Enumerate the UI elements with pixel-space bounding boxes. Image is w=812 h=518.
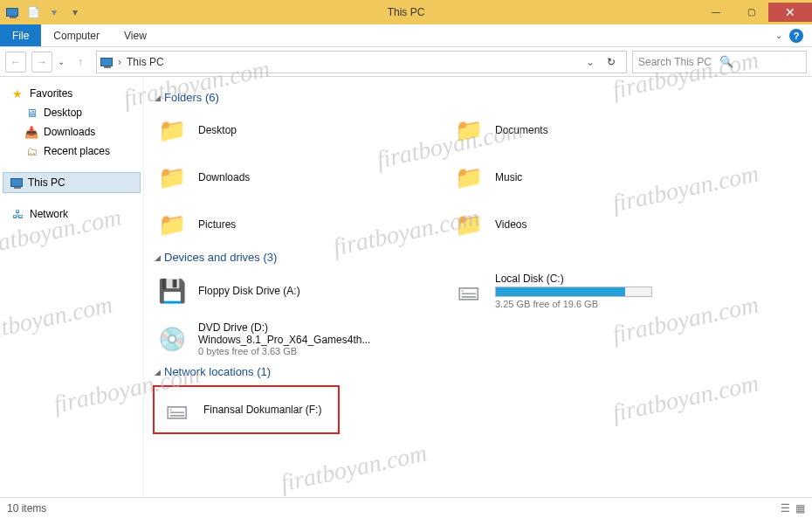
sidebar-item-label: This PC	[28, 176, 65, 189]
group-header-label: Folders (6)	[164, 91, 219, 104]
group-header-network[interactable]: ◢ Network locations (1)	[155, 365, 805, 378]
sidebar-item-recent[interactable]: 🗂 Recent places	[3, 142, 140, 161]
sidebar-item-thispc[interactable]: This PC	[3, 173, 140, 192]
tile-label: Videos	[495, 218, 526, 231]
sidebar-item-label: Network	[30, 208, 68, 220]
folder-icon: 📁	[451, 160, 486, 195]
view-tiles-button[interactable]: ▦	[795, 502, 805, 515]
content-pane: ◢ Folders (6) 📁 Desktop 📁 Documents 📁 Do…	[144, 77, 812, 496]
maximize-button[interactable]: ▢	[733, 3, 768, 22]
address-dropdown-icon[interactable]: ⌄	[586, 56, 595, 68]
status-count: 10 items	[7, 502, 46, 515]
recent-icon: 🗂	[24, 144, 38, 158]
floppy-icon: 💾	[155, 273, 189, 308]
collapse-icon: ◢	[155, 368, 161, 376]
nav-recent-icon[interactable]: ⌄	[58, 57, 65, 66]
sidebar-item-label: Desktop	[44, 107, 82, 119]
titlebar: 📄 ▾ ▾ This PC — ▢ ✕	[0, 0, 812, 24]
chevron-right-icon: ›	[118, 56, 121, 68]
tab-file[interactable]: File	[0, 24, 41, 46]
address-location: This PC	[127, 56, 164, 68]
sidebar-favorites-label: Favorites	[30, 87, 72, 100]
tile-label: Floppy Disk Drive (A:)	[198, 285, 300, 297]
tab-computer[interactable]: Computer	[41, 24, 112, 46]
sidebar-item-downloads[interactable]: 📥 Downloads	[3, 122, 140, 142]
harddisk-icon: 🖴	[451, 273, 486, 308]
group-header-label: Devices and drives (3)	[164, 251, 277, 264]
group-header-label: Network locations (1)	[164, 365, 271, 378]
folder-tile-desktop[interactable]: 📁 Desktop	[155, 113, 416, 148]
network-tile-finansal[interactable]: 🖴 Finansal Dokumanlar (F:)	[155, 387, 338, 432]
downloads-icon: 📥	[24, 125, 38, 139]
collapse-icon: ◢	[155, 93, 161, 102]
window-title: This PC	[388, 6, 425, 18]
tile-label: Downloads	[198, 171, 250, 183]
network-drive-icon: 🖴	[160, 392, 195, 427]
desktop-icon: 🖥	[24, 106, 38, 120]
group-header-drives[interactable]: ◢ Devices and drives (3)	[155, 251, 805, 264]
ribbon: File Computer View ⌄ ?	[0, 24, 812, 47]
view-details-button[interactable]: ☰	[781, 502, 790, 515]
drive-tile-floppy[interactable]: 💾 Floppy Disk Drive (A:)	[155, 273, 416, 309]
network-icon: 🖧	[10, 207, 24, 221]
refresh-button[interactable]: ↻	[600, 56, 623, 68]
folder-tile-videos[interactable]: 📁 Videos	[451, 207, 713, 242]
tile-label: Local Disk (C:)	[495, 273, 652, 285]
help-icon[interactable]: ?	[789, 29, 803, 43]
collapse-icon: ◢	[155, 253, 161, 262]
tile-subtext: 3.25 GB free of 19.6 GB	[495, 299, 652, 309]
disk-usage-bar	[495, 287, 652, 297]
tile-subtext: 0 bytes free of 3.63 GB	[198, 346, 370, 356]
sidebar: ★ Favorites 🖥 Desktop 📥 Downloads 🗂 Rece…	[0, 77, 144, 496]
folder-tile-pictures[interactable]: 📁 Pictures	[155, 207, 416, 242]
address-bar[interactable]: › This PC ⌄ ↻	[96, 51, 627, 73]
tile-label: DVD Drive (D:)	[198, 321, 370, 334]
navbar: ← → ⌄ ↑ › This PC ⌄ ↻ Search This PC 🔍	[0, 47, 812, 77]
tile-label: Desktop	[198, 124, 237, 136]
tile-label: Documents	[495, 124, 548, 136]
nav-back-button[interactable]: ←	[5, 52, 26, 73]
minimize-button[interactable]: —	[698, 3, 733, 22]
nav-up-button[interactable]: ↑	[70, 52, 91, 73]
drive-tile-dvd[interactable]: 💿 DVD Drive (D:) Windows_8.1_Pro_X64_Gam…	[155, 321, 713, 356]
tab-view[interactable]: View	[112, 24, 159, 46]
folder-icon: 📁	[155, 207, 189, 242]
close-button[interactable]: ✕	[768, 3, 812, 22]
nav-forward-button[interactable]: →	[31, 52, 52, 73]
qat-properties-icon[interactable]	[3, 3, 21, 21]
folder-tile-documents[interactable]: 📁 Documents	[451, 113, 713, 148]
qat-undo-icon[interactable]: ▾	[45, 3, 63, 21]
qat-customize-icon[interactable]: ▾	[66, 3, 84, 21]
pc-icon	[100, 58, 113, 66]
folder-icon: 📁	[451, 207, 486, 242]
folder-icon: 📁	[451, 113, 486, 148]
sidebar-item-desktop[interactable]: 🖥 Desktop	[3, 103, 140, 122]
folder-icon: 📁	[155, 113, 189, 148]
statusbar: 10 items ☰ ▦	[0, 497, 812, 518]
drive-tile-localdisk[interactable]: 🖴 Local Disk (C:) 3.25 GB free of 19.6 G…	[451, 273, 713, 309]
ribbon-collapse-icon[interactable]: ⌄	[775, 31, 782, 40]
sidebar-item-label: Downloads	[44, 126, 95, 138]
sidebar-item-label: Recent places	[44, 145, 110, 157]
tile-label: Finansal Dokumanlar (F:)	[203, 404, 321, 416]
folder-tile-music[interactable]: 📁 Music	[451, 160, 713, 195]
star-icon: ★	[10, 86, 24, 100]
dvd-icon: 💿	[155, 321, 189, 356]
search-placeholder: Search This PC	[638, 56, 719, 68]
folder-icon: 📁	[155, 160, 189, 195]
tile-label: Pictures	[198, 218, 236, 231]
search-input[interactable]: Search This PC 🔍	[632, 51, 807, 73]
pc-icon	[10, 178, 23, 187]
folder-tile-downloads[interactable]: 📁 Downloads	[155, 160, 416, 195]
sidebar-favorites[interactable]: ★ Favorites	[3, 84, 140, 103]
tile-label2: Windows_8.1_Pro_X64_Games4th...	[198, 334, 370, 346]
group-header-folders[interactable]: ◢ Folders (6)	[155, 91, 805, 104]
tile-label: Music	[495, 171, 522, 183]
qat-newfolder-icon[interactable]: 📄	[24, 3, 42, 21]
search-icon: 🔍	[719, 55, 801, 68]
sidebar-item-network[interactable]: 🖧 Network	[3, 204, 140, 224]
